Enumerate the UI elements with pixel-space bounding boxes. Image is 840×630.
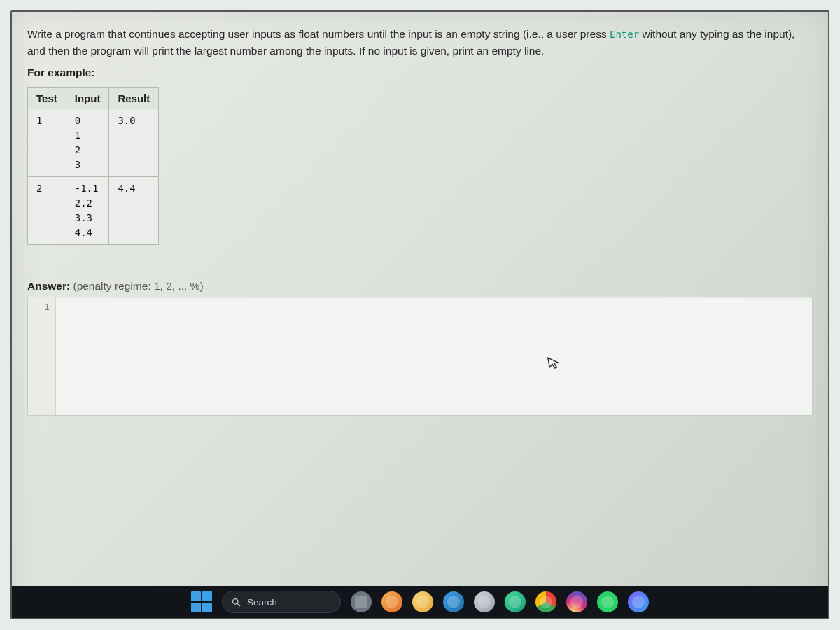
- svg-line-1: [237, 603, 240, 606]
- penalty-regime-text: (penalty regime: 1, 2, ... %): [73, 280, 203, 292]
- answer-label: Answer:: [27, 280, 70, 292]
- editor-gutter: 1: [28, 298, 56, 415]
- col-header-test: Test: [28, 88, 66, 109]
- copilot-icon[interactable]: [628, 592, 649, 612]
- code-editor[interactable]: 1: [27, 297, 813, 416]
- cell-test: 2: [28, 177, 66, 245]
- svg-point-0: [233, 598, 239, 604]
- col-header-result: Result: [109, 88, 159, 109]
- ms-store-icon[interactable]: [443, 592, 464, 612]
- enter-key-token: Enter: [610, 29, 639, 40]
- problem-text-part1: Write a program that continues accepting…: [27, 28, 610, 40]
- answer-heading: Answer: (penalty regime: 1, 2, ... %): [27, 280, 813, 293]
- chrome-browser-icon[interactable]: [536, 592, 556, 612]
- cell-input: 0 1 2 3: [66, 109, 109, 177]
- problem-description: Write a program that continues accepting…: [27, 26, 813, 59]
- mail-app-icon[interactable]: [474, 592, 495, 612]
- cell-result: 4.4: [109, 177, 159, 245]
- examples-table: Test Input Result 1 0 1 2 3 3.0 2 -1.1 2…: [27, 88, 159, 245]
- table-row: 1 0 1 2 3 3.0: [28, 109, 159, 177]
- windows-taskbar[interactable]: Search: [12, 586, 828, 618]
- table-header-row: Test Input Result: [28, 88, 159, 109]
- for-example-label: For example:: [27, 66, 813, 79]
- app-window: Write a program that continues accepting…: [10, 10, 830, 620]
- start-button[interactable]: [191, 592, 212, 612]
- cell-test: 1: [28, 109, 66, 177]
- whatsapp-icon[interactable]: [597, 592, 618, 612]
- question-content: Write a program that continues accepting…: [12, 12, 828, 423]
- cell-input: -1.1 2.2 3.3 4.4: [66, 177, 109, 245]
- cell-result: 3.0: [109, 109, 159, 177]
- text-caret: [62, 302, 62, 313]
- file-explorer-icon[interactable]: [412, 592, 433, 612]
- taskbar-search[interactable]: Search: [222, 591, 341, 613]
- instagram-icon[interactable]: [566, 592, 587, 612]
- line-number: 1: [28, 300, 55, 314]
- search-label: Search: [247, 597, 277, 608]
- search-icon: [231, 597, 241, 608]
- code-area[interactable]: [56, 298, 812, 415]
- table-row: 2 -1.1 2.2 3.3 4.4 4.4: [28, 177, 159, 245]
- edge-browser-icon[interactable]: [505, 592, 526, 612]
- camera-app-icon[interactable]: [382, 592, 402, 612]
- task-view-icon[interactable]: [351, 592, 372, 612]
- col-header-input: Input: [66, 88, 109, 109]
